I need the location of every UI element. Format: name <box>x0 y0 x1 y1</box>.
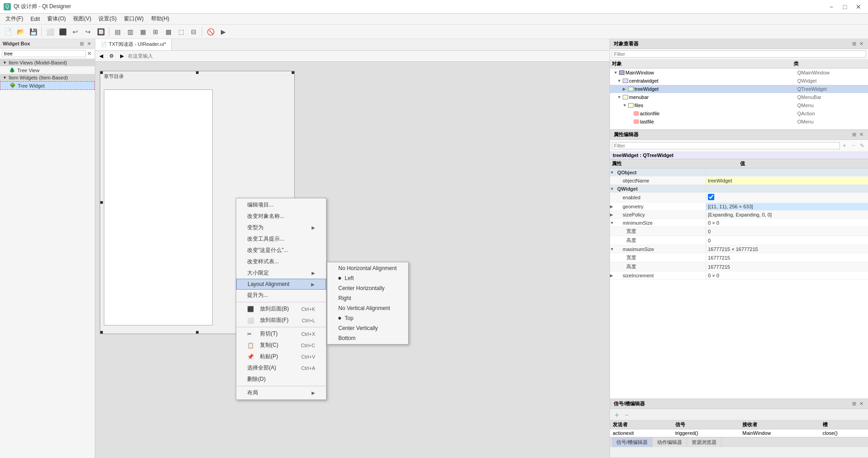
ctx-delete[interactable]: 删除(D) <box>236 374 326 385</box>
form-back-button[interactable]: ◀ <box>97 52 105 60</box>
layout7-button[interactable]: ⊟ <box>188 26 200 38</box>
tree-row-treewidget[interactable]: ▶ treeWidget QTreeWidget <box>610 85 868 93</box>
sizepolicy-value[interactable]: [Expanding, Expanding, 0, 0] <box>706 211 868 218</box>
sizeincrement-expand[interactable]: ▶ <box>610 273 615 278</box>
minheight-value[interactable]: 0 <box>706 237 868 244</box>
category-item-views[interactable]: ▼ Item Views (Model-Based) <box>0 59 95 66</box>
widget-box-close-button[interactable]: ✕ <box>86 40 92 47</box>
ctx-rename[interactable]: 改变对象名称... <box>236 211 326 222</box>
widget-tree-view[interactable]: 🌲 Tree View <box>0 66 95 74</box>
menu-view[interactable]: 视图(V) <box>69 14 95 24</box>
menu-window[interactable]: 窗口(W) <box>120 14 147 24</box>
maxwidth-value[interactable]: 16777215 <box>706 254 868 261</box>
qwidget-expand[interactable]: ▼ <box>610 187 615 191</box>
layout1-button[interactable]: ▤ <box>112 26 123 38</box>
sizepolicy-expand[interactable]: ▶ <box>610 212 615 217</box>
sig-remove-button[interactable]: － <box>623 410 631 419</box>
ctx-edit-items[interactable]: 编辑项目... <box>236 199 326 211</box>
ctx-selectall[interactable]: 选择全部(A) Ctrl+A <box>236 362 326 374</box>
files-arrow[interactable]: ▼ <box>623 103 628 108</box>
ctx-paste[interactable]: 📌 粘贴(P) Ctrl+V <box>236 351 326 362</box>
preview-button[interactable]: ▶ <box>217 26 229 38</box>
bottom-tab-action[interactable]: 动作编辑器 <box>653 438 687 447</box>
form-settings-button[interactable]: ⚙ <box>107 52 116 60</box>
tree-row-lastfile[interactable]: lastfile OMenu <box>610 118 868 126</box>
sub-bottom[interactable]: Bottom <box>327 333 408 343</box>
ctx-tooltip[interactable]: 改变工具提示... <box>236 233 326 245</box>
sub-center-h[interactable]: Center Horizontally <box>327 283 408 293</box>
ctx-layout-alignment[interactable]: Layout Alignment ▶ <box>236 279 326 290</box>
geometry-expand[interactable]: ▶ <box>610 204 615 209</box>
menu-help[interactable]: 帮助(H) <box>147 14 173 24</box>
tool1-button[interactable]: 🔲 <box>95 26 107 38</box>
centralwidget-arrow[interactable]: ▼ <box>617 79 623 83</box>
mainwindow-arrow[interactable]: ▼ <box>614 70 619 75</box>
treewidget-arrow[interactable]: ▶ <box>623 87 628 91</box>
form-forward-button[interactable]: ▶ <box>118 52 126 60</box>
prop-add-button[interactable]: ＋ <box>840 141 849 150</box>
property-filter-input[interactable] <box>612 142 840 149</box>
widget-tree-widget[interactable]: 🌳 Tree Widget <box>0 81 95 90</box>
sig-add-button[interactable]: ＋ <box>613 410 621 419</box>
maximumsize-expand[interactable]: ▼ <box>610 247 615 251</box>
sig-close-button[interactable]: ✕ <box>858 401 864 407</box>
sig-float-button[interactable]: ⊞ <box>851 401 857 407</box>
ctx-copy[interactable]: 📋 复制(C) Ctrl+C <box>236 340 326 351</box>
layout5-button[interactable]: ▩ <box>162 26 174 38</box>
layout2-button[interactable]: ▥ <box>124 26 136 38</box>
widget-box-float-button[interactable]: ⊞ <box>78 40 85 47</box>
resize-bl[interactable] <box>100 331 103 334</box>
menu-edit[interactable]: Edit <box>27 15 44 23</box>
copy-button[interactable]: ⬜ <box>44 26 56 38</box>
tree-row-menubar[interactable]: ▼ menubar QMenuBar <box>610 93 868 101</box>
geometry-value[interactable]: [(11, 11), 256 × 633] <box>706 203 868 210</box>
object-inspector-filter-input[interactable] <box>612 50 866 58</box>
layout4-button[interactable]: ⊞ <box>150 26 161 38</box>
obj-float-button[interactable]: ⊞ <box>851 41 857 47</box>
ctx-lower[interactable]: ⬛ 放到后面(B) Ctrl+K <box>236 303 326 315</box>
sub-left[interactable]: Left <box>327 273 408 283</box>
sub-center-v[interactable]: Center Vertically <box>327 323 408 333</box>
objectname-value[interactable]: treeWidget <box>706 177 868 184</box>
break-layout-button[interactable]: 🚫 <box>205 26 216 38</box>
tree-row-mainwindow[interactable]: ▼ MainWindow QMainWindow <box>610 69 868 77</box>
widget-box-search-clear[interactable]: ✕ <box>86 50 93 57</box>
undo-button[interactable]: ↩ <box>69 26 81 38</box>
tree-row-actionfile[interactable]: actionfile QAction <box>610 109 868 118</box>
minimize-button[interactable]: − <box>825 2 837 11</box>
obj-close-button[interactable]: ✕ <box>858 41 864 47</box>
category-item-widgets[interactable]: ▼ Item Widgets (Item-Based) <box>0 74 95 81</box>
canvas-area[interactable]: 章节目录 编辑项目... 改变对象名称... <box>95 62 610 458</box>
widget-box-search-input[interactable] <box>2 50 86 57</box>
qobject-expand[interactable]: ▼ <box>610 170 615 175</box>
redo-button[interactable]: ↪ <box>82 26 94 38</box>
ctx-size-constraint[interactable]: 大小限定 ▶ <box>236 267 326 279</box>
tree-row-files[interactable]: ▼ files QMenu <box>610 101 868 109</box>
ctx-layout[interactable]: 布局 ▶ <box>236 387 326 399</box>
tree-row-centralwidget[interactable]: ▼ centralwidget QWidget <box>610 77 868 85</box>
sub-no-vert[interactable]: No Vertical Alignment <box>327 303 408 313</box>
sub-right[interactable]: Right <box>327 293 408 303</box>
layout3-button[interactable]: ▦ <box>137 26 149 38</box>
menu-form[interactable]: 窗体(O) <box>44 14 69 24</box>
paste-button[interactable]: ⬛ <box>57 26 68 38</box>
resize-tr[interactable] <box>292 71 294 74</box>
bottom-tab-signal[interactable]: 信号/槽编辑器 <box>612 438 653 447</box>
ctx-cut[interactable]: ✂ 剪切(T) Ctrl+X <box>236 328 326 340</box>
new-button[interactable]: 📄 <box>2 26 14 38</box>
resize-bc[interactable] <box>196 331 199 334</box>
layout6-button[interactable]: ⬚ <box>175 26 187 38</box>
menu-file[interactable]: 文件(F) <box>2 14 27 24</box>
save-button[interactable]: 💾 <box>27 26 39 38</box>
menu-settings[interactable]: 设置(S) <box>95 14 120 24</box>
prop-remove-button[interactable]: － <box>849 141 858 150</box>
resize-ml[interactable] <box>100 201 103 204</box>
ctx-stylesheet[interactable]: 改变样式表... <box>236 256 326 267</box>
sub-no-horiz[interactable]: No Horizontal Alignment <box>327 263 408 273</box>
ctx-whatsthis[interactable]: 改变"这是什么"... <box>236 245 326 256</box>
prop-config-button[interactable]: ✎ <box>858 142 866 149</box>
signal-row-0[interactable]: actionexit triggered() MainWindow close(… <box>610 429 868 437</box>
enabled-checkbox[interactable] <box>708 194 714 200</box>
ctx-raise[interactable]: ⬜ 放到前面(F) Ctrl+L <box>236 315 326 326</box>
maximize-button[interactable]: □ <box>839 2 851 11</box>
